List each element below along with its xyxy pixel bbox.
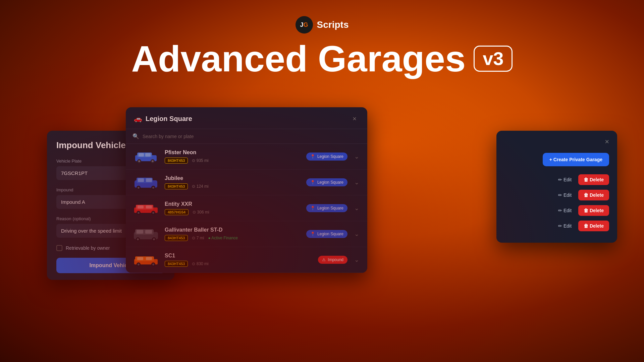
logo-j: J — [300, 21, 304, 28]
header: JG Scripts — [296, 16, 349, 34]
version-badge: v3 — [474, 46, 513, 72]
brand-name: Scripts — [317, 19, 349, 30]
main-content: JG Scripts Advanced Garages v3 — [0, 0, 644, 362]
main-title-text: Advanced Garages — [131, 40, 466, 77]
logo-g: G — [304, 21, 308, 28]
jg-logo: JG — [296, 16, 313, 34]
main-title-container: Advanced Garages v3 — [131, 40, 513, 77]
